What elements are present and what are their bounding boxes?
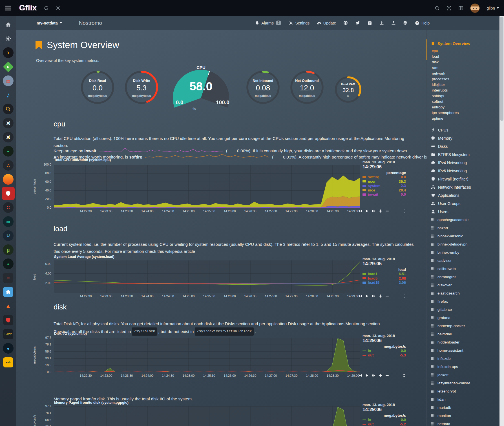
sidebar-item-softirqs[interactable]: softirqs	[432, 93, 499, 99]
blue-u-icon[interactable]: U	[0, 229, 16, 242]
legend-row-nice[interactable]: nice20.4	[362, 188, 406, 193]
panel-icon[interactable]	[458, 6, 463, 11]
legend-row-iowait[interactable]: iowait0.0	[362, 192, 406, 197]
utorrent-icon[interactable]: µ	[0, 243, 16, 256]
chart-zoom-out-button[interactable]	[385, 294, 389, 298]
sidebar-item-cadvisor[interactable]: cadvisor	[431, 257, 499, 265]
sidebar-item-network-interfaces[interactable]: Network Interfaces	[431, 183, 499, 191]
sidebar-item-uptime[interactable]: uptime	[432, 116, 499, 121]
sonarr-reel-icon[interactable]: ×	[0, 117, 16, 130]
facebook-link[interactable]	[368, 21, 372, 25]
sidebar-item-lazylibrarian-calibre[interactable]: lazylibrarian-calibre	[431, 379, 499, 387]
emby-icon[interactable]: ▶	[0, 60, 16, 73]
chart-zoom-in-button[interactable]	[378, 209, 383, 213]
sidebar-item-load[interactable]: load	[432, 54, 499, 59]
sidebar-item-user-groups[interactable]: User Groups	[431, 199, 499, 208]
scrollbar-thumb[interactable]	[500, 17, 503, 121]
chart-forward-button[interactable]	[372, 373, 376, 378]
gauge-disk-read[interactable]: Disk Read0.0megabytes/s	[81, 70, 114, 104]
droplet-icon[interactable]: ●	[0, 342, 16, 355]
sidebar-item-ipv4-networking[interactable]: IPv4 Networking	[431, 159, 499, 167]
red-cluster-icon[interactable]: ∷	[0, 201, 16, 214]
chart-rewind-button[interactable]	[358, 294, 362, 298]
deluge-infinity-icon[interactable]: ∞	[0, 215, 16, 228]
close-icon[interactable]	[56, 6, 61, 11]
sidebar-item-ipc-semaphores[interactable]: ipc semaphores	[432, 110, 499, 116]
gauge-cpu[interactable]: CPU58.00.0100.0%	[170, 65, 232, 113]
sidebar-item-diskover[interactable]: diskover	[431, 281, 499, 289]
settings-button[interactable]: Settings	[289, 21, 310, 25]
sidebar-item-softnet[interactable]: softnet	[432, 99, 499, 104]
chart-plot-disk[interactable]	[54, 338, 360, 372]
green-dot-icon[interactable]: ●	[0, 257, 16, 270]
legend-row-load5[interactable]: load52.68	[362, 276, 406, 281]
chart-zoom-in-button[interactable]	[378, 294, 383, 298]
pihole-pills-icon[interactable]: ≡	[0, 271, 16, 284]
tautulli-flame-icon[interactable]	[0, 173, 16, 186]
lazylibrarian-icon[interactable]: LAZY	[0, 328, 16, 341]
lidarr-swirl-icon[interactable]: ●	[0, 145, 16, 158]
sabnzbd-icon[interactable]: sab	[0, 356, 16, 369]
sidebar-item-letsencrypt[interactable]: letsencrypt	[431, 387, 499, 395]
print-button[interactable]	[403, 21, 408, 25]
alarms-button[interactable]: Alarms 2	[255, 21, 281, 25]
sidebar-item-chronograf[interactable]: chronograf	[431, 273, 499, 281]
legend-row-system[interactable]: system2.3	[362, 184, 406, 188]
twitter-link[interactable]	[355, 21, 360, 25]
sidebar-item-grafana[interactable]: grafana	[431, 314, 499, 322]
chart-zoom-in-button[interactable]	[378, 373, 383, 378]
sidebar-item-calibreweb[interactable]: calibreweb	[431, 265, 499, 273]
legend-row-out[interactable]: out-5.3	[362, 353, 406, 358]
plex-icon[interactable]: ›	[0, 46, 16, 59]
sidebar-item-monitorr[interactable]: monitorr	[431, 412, 499, 420]
sidebar-item-memory[interactable]: Memory	[431, 134, 499, 142]
sidebar-item-lidarr[interactable]: lidarr	[431, 395, 499, 403]
sidebar-item-elasticsearch[interactable]: elasticsearch	[431, 289, 499, 297]
resize-updown-icon[interactable]	[402, 294, 406, 298]
bookstack-icon[interactable]: ▦	[0, 74, 16, 87]
chart-rewind-button[interactable]	[358, 209, 362, 213]
chart-resize-handle[interactable]	[402, 294, 406, 298]
home-icon[interactable]	[0, 18, 16, 31]
avatar[interactable]	[470, 3, 480, 13]
sidebar-item-btrfs-filesystem[interactable]: BTRFS filesystem	[431, 150, 499, 159]
sidebar-item-idlejitter[interactable]: idlejitter	[432, 82, 499, 88]
red-shield-icon[interactable]	[0, 314, 16, 327]
chart-forward-button[interactable]	[372, 294, 376, 298]
sidebar-item-apacheguacamole[interactable]: apacheguacamole	[431, 216, 499, 224]
user-menu[interactable]: gilbn	[487, 6, 499, 10]
chart-resize-handle[interactable]	[402, 373, 406, 378]
chart-zoom-out-button[interactable]	[385, 373, 389, 378]
sidebar-item-cpus[interactable]: CPUs	[431, 126, 499, 134]
sidebar-item-disks[interactable]: Disks	[431, 142, 499, 150]
gauge-net-inbound[interactable]: Net Inbound0.08megabits/s	[246, 70, 280, 104]
chart-rewind-button[interactable]	[358, 373, 362, 378]
update-button[interactable]: Update	[317, 21, 336, 25]
export-button[interactable]	[379, 21, 384, 25]
legend-row-load1[interactable]: load16.51	[362, 272, 406, 276]
sidebar-item-influxdb[interactable]: influxdb	[431, 354, 499, 363]
sidebar-item-jackett[interactable]: jackett	[431, 371, 499, 379]
sidebar-item-firewall-netfilter-[interactable]: Firewall (netfilter)	[431, 175, 499, 183]
sidebar-item-gitlab-ce[interactable]: gitlab-ce	[431, 305, 499, 314]
legend-row-out[interactable]: out-5.2	[362, 422, 406, 426]
chart-zoom-out-button[interactable]	[385, 209, 389, 213]
sidebar-item-binhex-airsonic[interactable]: binhex-airsonic	[431, 232, 499, 240]
hamburger-menu-icon[interactable]	[0, 6, 16, 10]
chart-play-button[interactable]	[365, 209, 369, 213]
sidebar-item-entropy[interactable]: entropy	[432, 104, 499, 110]
chart-forward-button[interactable]	[372, 209, 376, 213]
sidebar-item-bazarr[interactable]: bazarr	[431, 224, 499, 232]
legend-row-load15[interactable]: load152.06	[362, 280, 406, 285]
legend-row-in[interactable]: in0.0	[362, 349, 406, 353]
help-button[interactable]: ? Help	[415, 21, 430, 25]
gitlab-fox-icon[interactable]: ▲	[0, 300, 16, 313]
host-dropdown[interactable]: my-netdata	[37, 21, 62, 25]
scrollbar[interactable]	[499, 16, 504, 426]
sidebar-item-ram[interactable]: ram	[432, 65, 499, 71]
network-dots-icon[interactable]: ∴	[0, 159, 16, 172]
sidebar-item-netdata[interactable]: netdata	[431, 420, 499, 426]
sidebar-item-firefox[interactable]: firefox	[431, 297, 499, 305]
radarr-reel-icon[interactable]: ×	[0, 131, 16, 144]
search-icon[interactable]	[435, 6, 440, 11]
